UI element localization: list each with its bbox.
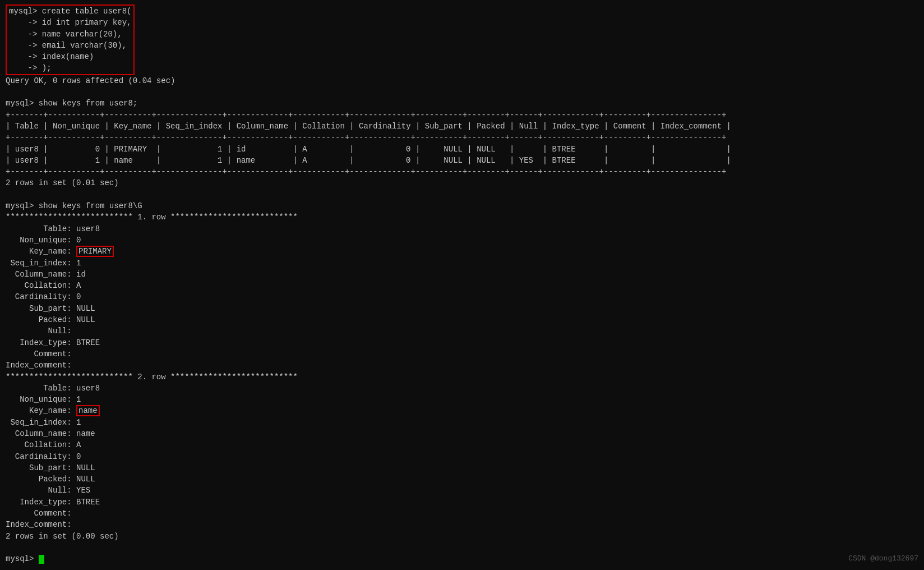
r2-nonunique: Non_unique: 1	[6, 394, 918, 405]
r2-table: Table: user8	[6, 383, 918, 394]
row1-separator: *************************** 1. row *****…	[6, 212, 918, 223]
r2-keyname: Key_name: name	[6, 405, 918, 416]
r2-indextype: Index_type: BTREE	[6, 497, 918, 508]
r1-nonunique: Non_unique: 0	[6, 235, 918, 246]
terminal-window: mysql> create table user8( -> id int pri…	[6, 4, 918, 565]
r2-cardinality: Cardinality: 0	[6, 451, 918, 462]
table-border-top: +-------+-----------+----------+--------…	[6, 109, 918, 121]
blank-3	[6, 542, 918, 553]
r1-collation: Collation: A	[6, 280, 918, 291]
table-header: | Table | Non_unique | Key_name | Seq_in…	[6, 121, 918, 132]
blank-1	[6, 86, 918, 98]
r1-cardinality: Cardinality: 0	[6, 291, 918, 302]
blank-2	[6, 189, 918, 200]
rows-set-1: 2 rows in set (0.01 sec)	[6, 177, 918, 189]
final-prompt: mysql>	[6, 553, 918, 564]
r2-seqinindex: Seq_in_index: 1	[6, 417, 918, 428]
r2-packed: Packed: NULL	[6, 474, 918, 485]
show-keys-g-line: mysql> show keys from user8\G	[6, 200, 918, 212]
r1-indextype: Index_type: BTREE	[6, 337, 918, 348]
r1-seqinindex: Seq_in_index: 1	[6, 258, 918, 269]
rows-set-2: 2 rows in set (0.00 sec)	[6, 531, 918, 542]
r1-subpart: Sub_part: NULL	[6, 303, 918, 314]
r1-indexcomment: Index_comment:	[6, 360, 918, 371]
create-table-line-1: mysql> create table user8( -> id int pri…	[6, 4, 918, 75]
r2-columnname: Column_name: name	[6, 428, 918, 439]
watermark-label: CSDN @dong132697	[848, 554, 918, 564]
table-row-2: | user8 | 1 | name | 1 | name | A | 0 | …	[6, 155, 918, 166]
show-keys-line: mysql> show keys from user8;	[6, 98, 918, 109]
r2-comment: Comment:	[6, 508, 918, 519]
r2-subpart: Sub_part: NULL	[6, 462, 918, 474]
r1-comment: Comment:	[6, 348, 918, 360]
query-ok-line: Query OK, 0 rows affected (0.04 sec)	[6, 75, 918, 86]
r1-keyname: Key_name: PRIMARY	[6, 246, 918, 257]
r1-packed: Packed: NULL	[6, 314, 918, 325]
r2-indexcomment: Index_comment:	[6, 519, 918, 530]
r2-null: Null: YES	[6, 485, 918, 496]
r1-null: Null:	[6, 325, 918, 337]
row2-separator: *************************** 2. row *****…	[6, 371, 918, 383]
cursor-blink	[39, 555, 44, 564]
table-border-bot: +-------+-----------+----------+--------…	[6, 166, 918, 177]
r1-table: Table: user8	[6, 223, 918, 235]
table-row-1: | user8 | 0 | PRIMARY | 1 | id | A | 0 |…	[6, 144, 918, 155]
r1-columnname: Column_name: id	[6, 269, 918, 280]
r2-collation: Collation: A	[6, 439, 918, 451]
table-border-mid: +-------+-----------+----------+--------…	[6, 132, 918, 143]
